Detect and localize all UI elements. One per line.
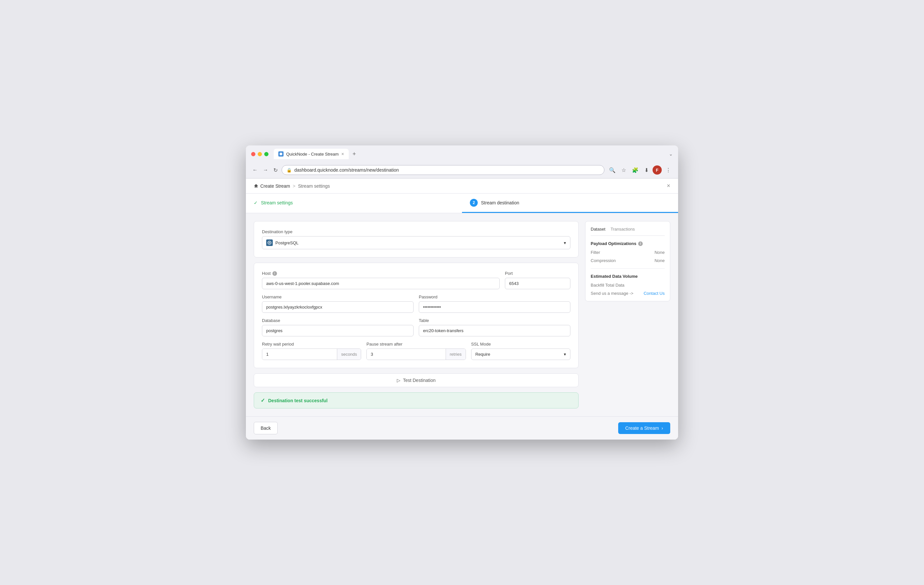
reload-button[interactable]: ↻ xyxy=(272,166,279,175)
pause-suffix: retries xyxy=(446,349,465,360)
connection-details-card: Host i Port Username xyxy=(254,263,579,368)
create-stream-button[interactable]: Create a Stream › xyxy=(618,422,670,434)
host-port-row: Host i Port xyxy=(262,271,570,289)
port-input[interactable] xyxy=(505,278,570,289)
svg-point-0 xyxy=(280,153,282,155)
maximize-traffic-light[interactable] xyxy=(264,152,269,156)
traffic-lights xyxy=(251,152,269,156)
pause-input-group: retries xyxy=(366,349,465,360)
forward-nav-button[interactable]: → xyxy=(262,166,269,174)
compression-row: Compression None xyxy=(591,258,665,263)
step-2-number: 2 xyxy=(470,199,478,207)
destination-type-select[interactable]: PostgreSQL ▾ xyxy=(262,236,570,249)
browser-titlebar: QuickNode - Create Stream × + ⌄ xyxy=(251,149,673,159)
breadcrumb-home-label: Create Stream xyxy=(260,183,290,189)
database-input[interactable] xyxy=(262,325,414,336)
ssl-value: Require xyxy=(475,352,490,357)
retry-suffix: seconds xyxy=(337,349,361,360)
postgresql-icon xyxy=(266,240,273,246)
bookmark-button[interactable]: ☆ xyxy=(619,166,628,175)
port-col: Port xyxy=(505,271,570,289)
search-button[interactable]: 🔍 xyxy=(607,166,617,175)
user-avatar[interactable]: F xyxy=(653,165,662,175)
ssl-chevron: ▾ xyxy=(564,352,566,357)
database-col: Database xyxy=(262,318,414,336)
url-text: dashboard.quicknode.com/streams/new/dest… xyxy=(294,167,599,173)
step-1-check: ✓ xyxy=(254,200,258,205)
pause-label: Pause stream after xyxy=(366,342,465,347)
retry-col: Retry wait period seconds xyxy=(262,342,361,360)
breadcrumb-current-label: Stream settings xyxy=(298,183,330,189)
database-label: Database xyxy=(262,318,414,323)
test-label: Test Destination xyxy=(403,378,436,383)
new-tab-button[interactable]: + xyxy=(350,149,359,159)
retry-input-group: seconds xyxy=(262,349,361,360)
sidebar-tab-dataset[interactable]: Dataset xyxy=(591,226,606,231)
step-1-label: Stream settings xyxy=(261,200,293,205)
destination-type-card: Destination type PostgreSQL ▾ xyxy=(254,221,579,258)
menu-button[interactable]: ⋮ xyxy=(664,166,673,175)
password-input[interactable] xyxy=(419,301,570,313)
success-check-icon: ✓ xyxy=(261,397,265,403)
back-nav-button[interactable]: ← xyxy=(251,166,259,174)
payload-info-icon: i xyxy=(638,241,643,246)
create-btn-icon: › xyxy=(662,425,663,431)
breadcrumb-separator: > xyxy=(293,183,295,189)
tab-close-btn[interactable]: × xyxy=(341,151,344,157)
destination-type-chevron: ▾ xyxy=(564,240,566,245)
expand-button[interactable]: ⌄ xyxy=(669,151,673,157)
pause-col: Pause stream after retries xyxy=(366,342,465,360)
payload-optimizations-title: Payload Optimizations i xyxy=(591,241,665,246)
app-footer: Back Create a Stream › xyxy=(246,416,678,440)
app-header: Create Stream > Stream settings × xyxy=(246,178,678,193)
main-layout: Destination type PostgreSQL ▾ xyxy=(246,213,678,416)
ssl-select[interactable]: Require ▾ xyxy=(471,349,570,360)
step-1: ✓ Stream settings xyxy=(246,193,462,213)
ssl-label: SSL Mode xyxy=(471,342,570,347)
step-2-label: Stream destination xyxy=(481,200,519,205)
success-banner: ✓ Destination test successful xyxy=(254,392,579,408)
contact-text: Send us a message -> xyxy=(591,291,633,296)
destination-type-inner: PostgreSQL xyxy=(266,240,299,246)
back-button[interactable]: Back xyxy=(254,422,278,434)
lock-icon: 🔒 xyxy=(287,168,292,173)
form-panel: Destination type PostgreSQL ▾ xyxy=(254,221,579,408)
destination-type-value: PostgreSQL xyxy=(276,240,299,245)
download-button[interactable]: ⬇ xyxy=(642,166,650,175)
close-traffic-light[interactable] xyxy=(251,152,256,156)
retry-label: Retry wait period xyxy=(262,342,361,347)
database-table-row: Database Table xyxy=(262,318,570,336)
sidebar-card: Dataset Transactions Payload Optimizatio… xyxy=(585,221,670,301)
browser-window: QuickNode - Create Stream × + ⌄ ← → ↻ 🔒 … xyxy=(246,145,678,440)
username-password-row: Username Password xyxy=(262,294,570,313)
username-input[interactable] xyxy=(262,301,414,313)
app-close-button[interactable]: × xyxy=(667,182,670,189)
home-icon xyxy=(254,184,258,188)
minimize-traffic-light[interactable] xyxy=(258,152,262,156)
tabs-row: QuickNode - Create Stream × + xyxy=(274,149,358,159)
success-message: Destination test successful xyxy=(268,398,327,403)
sidebar-tab-transactions[interactable]: Transactions xyxy=(610,226,635,231)
address-bar[interactable]: 🔒 dashboard.quicknode.com/streams/new/de… xyxy=(282,165,604,175)
username-col: Username xyxy=(262,294,414,313)
contact-us-link[interactable]: Contact Us xyxy=(644,291,665,296)
toolbar-actions: 🔍 ☆ 🧩 ⬇ F ⋮ xyxy=(607,165,673,175)
retry-input[interactable] xyxy=(262,349,337,360)
test-destination-button[interactable]: ▷ Test Destination xyxy=(254,373,579,387)
port-label: Port xyxy=(505,271,570,276)
username-label: Username xyxy=(262,294,414,299)
password-label: Password xyxy=(419,294,570,299)
filter-row: Filter None xyxy=(591,250,665,255)
browser-chrome: QuickNode - Create Stream × + ⌄ ← → ↻ 🔒 … xyxy=(246,145,678,178)
host-info-icon: i xyxy=(272,271,277,276)
app-content: Create Stream > Stream settings × ✓ Stre… xyxy=(246,178,678,440)
extensions-button[interactable]: 🧩 xyxy=(630,166,640,175)
host-col: Host i xyxy=(262,271,500,289)
compression-value: None xyxy=(655,258,665,263)
estimated-data-title: Estimated Data Volume xyxy=(591,274,665,279)
browser-tab-active[interactable]: QuickNode - Create Stream × xyxy=(274,149,349,159)
pause-input[interactable] xyxy=(367,349,445,360)
host-input[interactable] xyxy=(262,278,500,289)
browser-toolbar: ← → ↻ 🔒 dashboard.quicknode.com/streams/… xyxy=(251,162,673,178)
table-input[interactable] xyxy=(419,325,570,336)
